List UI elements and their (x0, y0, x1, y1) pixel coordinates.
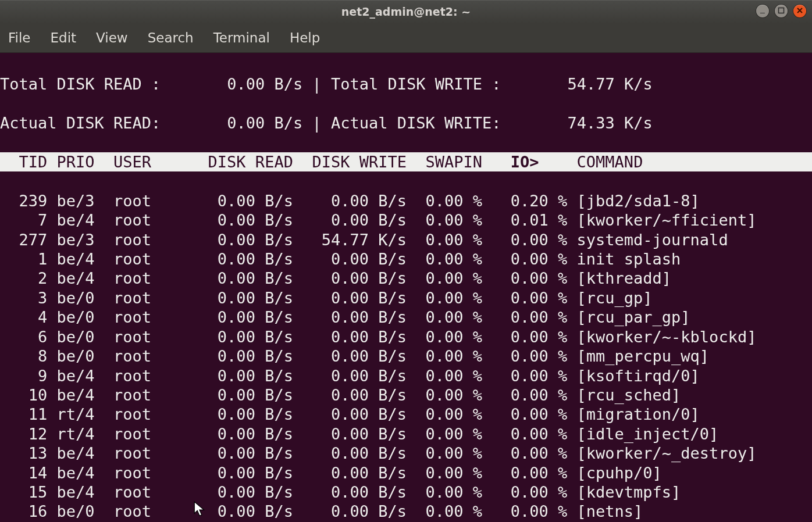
menu-search[interactable]: Search (148, 30, 194, 45)
cell-disk-write: 0.00 B/s (293, 405, 407, 424)
minimize-button[interactable]: _ (756, 5, 769, 17)
minimize-icon: _ (760, 5, 765, 13)
cell-disk-read: 0.00 B/s (180, 230, 293, 249)
cell-tid: 3 (0, 288, 47, 308)
cell-tid: 14 (0, 463, 47, 482)
cell-disk-write: 0.00 B/s (293, 191, 407, 210)
cell-disk-read: 0.00 B/s (180, 463, 293, 482)
cell-swapin: 0.00 % (407, 482, 482, 502)
process-rows: 239 be/3 root0.00 B/s0.00 B/s0.00 %0.20 … (0, 191, 812, 522)
menu-edit[interactable]: Edit (51, 30, 77, 45)
window-controls: _ (756, 5, 806, 17)
process-row: 3 be/0 root0.00 B/s0.00 B/s0.00 %0.00 %[… (0, 288, 812, 308)
cell-command: [cpuhp/0] (567, 463, 662, 482)
summary-line-actual: Actual DISK READ: 0.00 B/s | Actual DISK… (0, 113, 812, 133)
maximize-icon (778, 7, 785, 15)
cell-io: 0.00 % (482, 385, 567, 405)
hdr-disk-write: DISK WRITE (293, 152, 407, 171)
cell-tid: 239 (0, 191, 47, 210)
cell-swapin: 0.00 % (407, 424, 482, 444)
cell-command: [jbd2/sda1-8] (567, 191, 700, 210)
summary-line-total: Total DISK READ : 0.00 B/s | Total DISK … (0, 74, 812, 94)
hdr-swapin: SWAPIN (407, 152, 482, 171)
cell-tid: 4 (0, 308, 47, 327)
cell-prio: be/4 (57, 482, 104, 502)
cell-prio: be/0 (57, 288, 104, 308)
process-row: 1 be/4 root0.00 B/s0.00 B/s0.00 %0.00 %i… (0, 249, 812, 269)
cell-command: [netns] (567, 502, 643, 521)
cell-io: 0.00 % (482, 444, 567, 463)
cell-command: [kworker/~_destroy] (567, 444, 756, 463)
cell-prio: be/4 (57, 366, 104, 385)
cell-disk-write: 0.00 B/s (293, 269, 407, 288)
window-title: net2_admin@net2: ~ (0, 5, 812, 18)
cell-swapin: 0.00 % (407, 288, 482, 308)
cell-swapin: 0.00 % (407, 366, 482, 385)
cell-prio: be/4 (57, 385, 104, 405)
cell-command: [kworker/~fficient] (567, 210, 756, 230)
cell-prio: be/4 (57, 249, 104, 269)
menu-terminal[interactable]: Terminal (213, 30, 270, 45)
hdr-user: USER (113, 152, 180, 171)
cell-disk-write: 0.00 B/s (293, 444, 407, 463)
process-row: 4 be/0 root0.00 B/s0.00 B/s0.00 %0.00 %[… (0, 308, 812, 327)
cell-user: root (113, 424, 180, 444)
cell-disk-read: 0.00 B/s (180, 327, 293, 346)
cell-prio: be/4 (57, 444, 104, 463)
cell-disk-read: 0.00 B/s (180, 424, 293, 444)
cell-tid: 10 (0, 385, 47, 405)
cell-io: 0.00 % (482, 230, 567, 249)
cell-command: [rcu_par_gp] (567, 308, 690, 327)
cell-prio: be/4 (57, 210, 104, 230)
cell-prio: be/0 (57, 502, 104, 521)
process-row: 14 be/4 root0.00 B/s0.00 B/s0.00 %0.00 %… (0, 463, 812, 482)
cell-command: init splash (567, 249, 681, 269)
menu-view[interactable]: View (96, 30, 128, 45)
cell-io: 0.00 % (482, 366, 567, 385)
cell-swapin: 0.00 % (407, 463, 482, 482)
cell-user: root (113, 308, 180, 327)
cell-swapin: 0.00 % (407, 191, 482, 210)
cell-io: 0.00 % (482, 288, 567, 308)
cell-command: [mm_percpu_wq] (567, 346, 709, 366)
cell-io: 0.00 % (482, 308, 567, 327)
cell-user: root (113, 230, 180, 249)
cell-swapin: 0.00 % (407, 210, 482, 230)
cell-swapin: 0.00 % (407, 249, 482, 269)
maximize-button[interactable] (775, 5, 788, 17)
cell-prio: be/3 (57, 191, 104, 210)
cell-command: [ksoftirqd/0] (567, 366, 700, 385)
cell-disk-read: 0.00 B/s (180, 288, 293, 308)
column-headers: TID PRIO USERDISK READDISK WRITESWAPIN I… (0, 152, 812, 171)
cell-disk-write: 0.00 B/s (293, 482, 407, 502)
cell-user: root (113, 249, 180, 269)
cell-disk-write: 0.00 B/s (293, 424, 407, 444)
cell-user: root (113, 288, 180, 308)
cell-io: 0.00 % (482, 269, 567, 288)
cell-disk-write: 0.00 B/s (293, 210, 407, 230)
cell-disk-write: 0.00 B/s (293, 463, 407, 482)
cell-disk-read: 0.00 B/s (180, 191, 293, 210)
cell-disk-read: 0.00 B/s (180, 482, 293, 502)
cell-disk-read: 0.00 B/s (180, 385, 293, 405)
menu-help[interactable]: Help (290, 30, 320, 45)
cell-prio: be/4 (57, 269, 104, 288)
cell-disk-read: 0.00 B/s (180, 210, 293, 230)
cell-command: [rcu_sched] (567, 385, 681, 405)
cell-disk-read: 0.00 B/s (180, 366, 293, 385)
cell-io: 0.00 % (482, 482, 567, 502)
menu-file[interactable]: File (8, 30, 31, 45)
cell-prio: rt/4 (57, 424, 104, 444)
cell-disk-write: 54.77 K/s (293, 230, 407, 249)
process-row: 239 be/3 root0.00 B/s0.00 B/s0.00 %0.20 … (0, 191, 812, 210)
cell-tid: 13 (0, 444, 47, 463)
close-icon (796, 7, 803, 15)
cell-user: root (113, 366, 180, 385)
cell-tid: 12 (0, 424, 47, 444)
cell-disk-write: 0.00 B/s (293, 249, 407, 269)
close-button[interactable] (793, 5, 806, 17)
cell-command: systemd-journald (567, 230, 728, 249)
cell-swapin: 0.00 % (407, 308, 482, 327)
terminal-output[interactable]: Total DISK READ : 0.00 B/s | Total DISK … (0, 53, 812, 522)
cell-user: root (113, 463, 180, 482)
